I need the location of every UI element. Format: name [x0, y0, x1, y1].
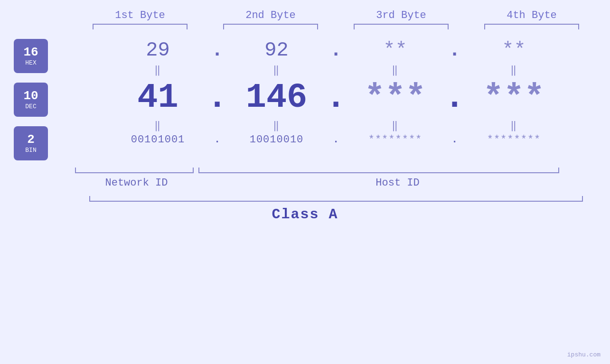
bin-b1: 00101001	[111, 134, 206, 146]
class-label: Class A	[272, 206, 338, 223]
hex-dot-3: .	[443, 39, 467, 62]
class-label-row: Class A	[272, 206, 338, 223]
bin-b3: ********	[348, 134, 443, 146]
hex-row: 29 . 92 . ** . **	[62, 39, 610, 62]
rows-area: 29 . 92 . ** . ** ‖ ‖ ‖ ‖ 41 .	[62, 34, 610, 165]
full-bracket-bottom	[89, 196, 583, 202]
hex-badge: 16 HEX	[14, 39, 48, 73]
top-brackets	[75, 24, 597, 29]
dec-b4: ***	[467, 78, 562, 117]
hex-b3: **	[348, 39, 443, 62]
dec-row: 41 . 146 . *** . ***	[62, 78, 610, 117]
bin-dot-2: .	[324, 134, 348, 146]
byte1-header: 1st Byte	[83, 9, 197, 21]
bottom-section: Network ID Host ID	[75, 168, 597, 189]
host-id-label: Host ID	[198, 177, 597, 189]
badges-column: 16 HEX 10 DEC 2 BIN	[0, 34, 62, 165]
byte-headers: 1st Byte 2nd Byte 3rd Byte 4th Byte	[75, 9, 597, 21]
dec-b2: 146	[229, 78, 324, 117]
dec-b1: 41	[111, 78, 206, 117]
bracket-top-3	[354, 24, 449, 29]
bin-badge-num: 2	[27, 133, 35, 147]
dec-dot-3: .	[443, 78, 467, 117]
bracket-bottom-network	[75, 168, 194, 173]
bin-row: 00101001 . 10010010 . ******** . *******…	[62, 134, 610, 146]
dec-badge-num: 10	[23, 89, 38, 103]
dec-b3: ***	[348, 78, 443, 117]
bracket-top-2	[223, 24, 318, 29]
bin-b4: ********	[467, 134, 562, 146]
bin-badge-label: BIN	[25, 147, 36, 154]
bottom-brackets	[75, 168, 597, 173]
dec-badge: 10 DEC	[14, 83, 48, 117]
byte2-header: 2nd Byte	[214, 9, 328, 21]
bin-b2: 10010010	[229, 134, 324, 146]
bracket-bottom-host	[198, 168, 559, 173]
bracket-top-4	[484, 24, 579, 29]
hex-b1: 29	[111, 39, 206, 62]
eq-7: ‖	[348, 119, 443, 132]
hex-b4: **	[467, 39, 562, 62]
main-area: 16 HEX 10 DEC 2 BIN 29 . 92 . ** . **	[0, 34, 610, 165]
eq-3: ‖	[348, 64, 443, 76]
hex-badge-num: 16	[23, 46, 38, 59]
dec-dot-1: .	[206, 78, 229, 117]
eq-4: ‖	[467, 64, 562, 76]
hex-b2: 92	[229, 39, 324, 62]
eq-8: ‖	[467, 119, 562, 132]
byte4-header: 4th Byte	[475, 9, 589, 21]
bracket-top-1	[93, 24, 188, 29]
bottom-labels: Network ID Host ID	[75, 177, 597, 189]
eq-row-2: ‖ ‖ ‖ ‖	[62, 119, 610, 132]
full-bracket-row	[75, 196, 597, 202]
eq-5: ‖	[111, 119, 206, 132]
bin-badge: 2 BIN	[14, 126, 48, 160]
main-container: 1st Byte 2nd Byte 3rd Byte 4th Byte 16 H…	[0, 0, 610, 364]
bin-dot-3: .	[443, 134, 467, 146]
hex-dot-2: .	[324, 39, 348, 62]
byte3-header: 3rd Byte	[344, 9, 458, 21]
network-id-label: Network ID	[75, 177, 198, 189]
dec-badge-label: DEC	[25, 103, 36, 110]
hex-dot-1: .	[206, 39, 229, 62]
hex-badge-label: HEX	[25, 59, 36, 66]
eq-1: ‖	[111, 64, 206, 76]
dec-dot-2: .	[324, 78, 348, 117]
eq-row-1: ‖ ‖ ‖ ‖	[62, 64, 610, 76]
watermark: ipshu.com	[567, 351, 601, 358]
eq-6: ‖	[229, 119, 324, 132]
bin-dot-1: .	[206, 134, 229, 146]
eq-2: ‖	[229, 64, 324, 76]
